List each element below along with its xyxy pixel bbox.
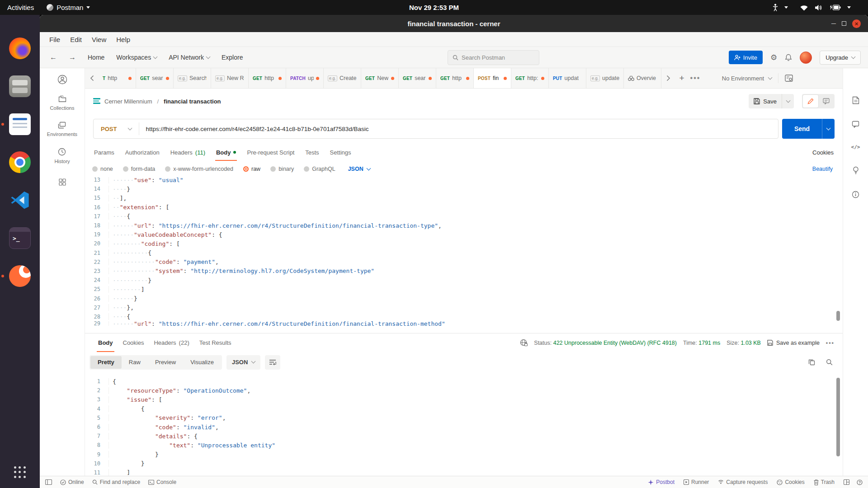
system-clock[interactable]: Nov 29 2:53 PM: [0, 4, 868, 11]
menu-file[interactable]: File: [44, 36, 65, 43]
toggle-sidebar-button[interactable]: [45, 479, 52, 485]
tab-settings[interactable]: Settings: [325, 144, 357, 161]
request-tab[interactable]: Overvie: [624, 68, 661, 88]
environment-quick-look-icon[interactable]: [785, 75, 793, 82]
tab-authorization[interactable]: Authorization: [120, 144, 165, 161]
request-tab[interactable]: PATCHup: [286, 68, 324, 88]
notifications-bell-icon[interactable]: [785, 54, 792, 61]
body-mode-form-data[interactable]: form-data: [123, 166, 156, 172]
response-options-icon[interactable]: •••: [826, 340, 835, 346]
nav-workspaces[interactable]: Workspaces: [116, 54, 157, 61]
view-mode-pretty[interactable]: Pretty: [90, 356, 122, 369]
view-mode-raw[interactable]: Raw: [122, 356, 148, 369]
request-tab[interactable]: Thttp: [99, 68, 136, 88]
dock-item-text-editor[interactable]: [0, 105, 40, 143]
edit-mode-button[interactable]: [803, 95, 818, 108]
tab-tests[interactable]: Tests: [300, 144, 324, 161]
body-mode-binary[interactable]: binary: [270, 166, 294, 172]
comments-icon[interactable]: [852, 121, 859, 128]
request-tab[interactable]: e.g.Create: [324, 68, 361, 88]
response-tab-body[interactable]: Body: [93, 333, 118, 352]
request-tab[interactable]: GETsear: [399, 68, 436, 88]
request-tab[interactable]: e.g.update: [586, 68, 624, 88]
invite-button[interactable]: Invite: [729, 51, 763, 64]
online-status[interactable]: Online: [60, 479, 84, 485]
comments-button[interactable]: [818, 95, 834, 108]
menu-help[interactable]: Help: [111, 36, 135, 43]
select-windows-icon[interactable]: [844, 479, 849, 485]
documentation-icon[interactable]: [852, 96, 859, 104]
window-titlebar[interactable]: financial transaction - cerner ─ ×: [40, 15, 868, 32]
response-scrollbar[interactable]: [836, 378, 840, 456]
sidebar-configure-button[interactable]: [59, 178, 66, 186]
body-mode-none[interactable]: none: [92, 166, 113, 172]
search-input[interactable]: Search Postman: [448, 50, 539, 65]
menu-view[interactable]: View: [87, 36, 111, 43]
find-and-replace-button[interactable]: Find and replace: [92, 479, 140, 485]
dock-item-files[interactable]: [0, 67, 40, 105]
chevron-down-icon[interactable]: [847, 6, 851, 9]
url-input[interactable]: https://fhir-ehr-code.cerner.com/r4/ec24…: [139, 126, 368, 132]
tab-options-icon[interactable]: •••: [689, 68, 702, 88]
sidebar-item-environments[interactable]: Environments: [47, 122, 77, 137]
settings-gear-icon[interactable]: ⚙: [770, 53, 777, 62]
scroll-tabs-right-button[interactable]: [661, 68, 675, 88]
app-menu[interactable]: Postman: [41, 0, 95, 15]
status-value[interactable]: 422 Unprocessable Entity (WebDAV) (RFC 4…: [553, 340, 677, 346]
chevron-down-icon[interactable]: [784, 6, 788, 9]
dock-item-terminal[interactable]: [0, 219, 40, 257]
new-tab-button[interactable]: +: [675, 68, 689, 88]
console-button[interactable]: Console: [148, 479, 176, 485]
time-value[interactable]: 1791 ms: [698, 340, 720, 346]
view-mode-visualize[interactable]: Visualize: [183, 356, 221, 369]
postbot-button[interactable]: Postbot: [648, 479, 675, 485]
save-button[interactable]: Save: [749, 94, 794, 108]
forward-arrow-icon[interactable]: →: [69, 53, 76, 61]
save-options-chevron[interactable]: [782, 94, 794, 108]
profile-icon[interactable]: [57, 75, 67, 84]
request-tab[interactable]: GEThttp: [436, 68, 474, 88]
info-lightbulb-icon[interactable]: [853, 166, 859, 174]
help-icon[interactable]: [857, 479, 863, 485]
send-button[interactable]: Send: [782, 119, 835, 139]
request-tab[interactable]: GEThttp: [249, 68, 286, 88]
request-tab-active[interactable]: POSTfin: [474, 68, 511, 88]
response-tab-test-results[interactable]: Test Results: [194, 333, 236, 352]
response-tab-headers[interactable]: Headers(22): [149, 333, 194, 352]
request-body-editor[interactable]: 13······"use": "usual"14····}15··],16··"…: [85, 177, 843, 333]
body-mode-x-www-form-urlencoded[interactable]: x-www-form-urlencoded: [165, 166, 233, 172]
capture-requests-button[interactable]: Capture requests: [718, 479, 768, 485]
tab-params[interactable]: Params: [89, 144, 120, 161]
menu-edit[interactable]: Edit: [65, 36, 87, 43]
dock-item-firefox[interactable]: [0, 29, 40, 67]
dock-item-postman[interactable]: [0, 257, 40, 295]
view-mode-preview[interactable]: Preview: [148, 356, 183, 369]
size-value[interactable]: 1.03 KB: [741, 340, 760, 346]
tab-pre-request-script[interactable]: Pre-request Script: [241, 144, 300, 161]
response-body-viewer[interactable]: 1{2 "resourceType": "OperationOutcome",3…: [85, 372, 843, 476]
trash-button[interactable]: Trash: [814, 479, 835, 485]
tab-headers[interactable]: Headers(11): [165, 144, 211, 161]
raw-language-selector[interactable]: JSON: [348, 166, 370, 172]
show-applications-button[interactable]: [0, 466, 40, 478]
runner-button[interactable]: Runner: [684, 479, 709, 485]
back-arrow-icon[interactable]: ←: [50, 53, 57, 61]
info-circle-icon[interactable]: [852, 191, 859, 198]
beautify-link[interactable]: Beautify: [812, 166, 833, 172]
request-tab[interactable]: e.g.Search: [174, 68, 211, 88]
scroll-tabs-left-button[interactable]: [85, 68, 99, 88]
request-editor-scrollbar[interactable]: [836, 311, 840, 321]
request-tab[interactable]: GETNew: [361, 68, 399, 88]
body-mode-GraphQL[interactable]: GraphQL: [304, 166, 335, 172]
tab-body[interactable]: Body: [211, 144, 242, 161]
cookies-link[interactable]: Cookies: [812, 144, 834, 161]
cookies-button[interactable]: Cookies: [777, 479, 804, 485]
nav-explore[interactable]: Explore: [222, 54, 243, 61]
request-tab[interactable]: GEThttp:: [511, 68, 549, 88]
environment-selector[interactable]: No Environment: [722, 75, 764, 82]
maximize-button[interactable]: [842, 21, 846, 26]
sidebar-item-collections[interactable]: Collections: [50, 95, 75, 111]
upgrade-button[interactable]: Upgrade: [820, 51, 861, 65]
request-tab[interactable]: e.g.New Re: [211, 68, 249, 88]
dock-item-chrome[interactable]: [0, 143, 40, 181]
